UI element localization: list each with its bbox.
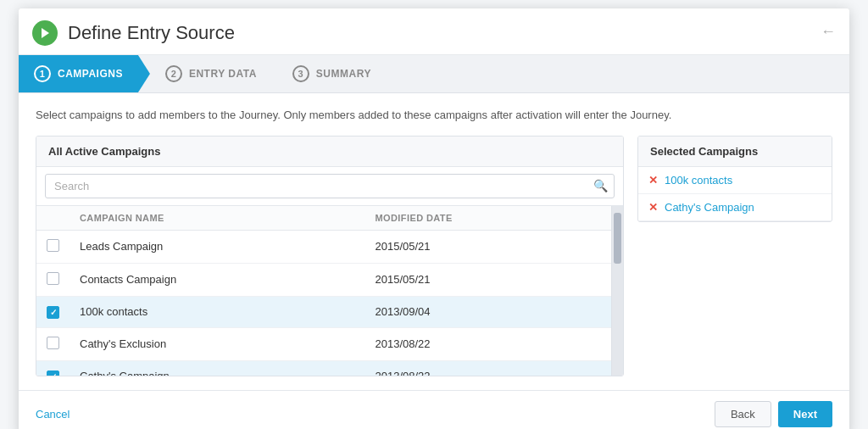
search-icon: 🔍	[593, 179, 608, 192]
selected-campaigns-list: ✕ 100k contacts ✕ Cathy's Campaign	[638, 167, 832, 221]
col-modified-date: Modified Date	[365, 206, 612, 231]
checkbox-cell[interactable]	[36, 327, 70, 360]
table-row[interactable]: Contacts Campaign 2015/05/21	[36, 263, 611, 296]
campaign-table: Campaign Name Modified Date Leads Campai…	[36, 206, 611, 376]
selected-panel-title: Selected Campaigns	[638, 136, 832, 167]
table-row[interactable]: 100k contacts 2013/09/04	[36, 296, 611, 327]
campaign-table-scroll: Campaign Name Modified Date Leads Campai…	[36, 206, 611, 376]
remove-selected-icon[interactable]: ✕	[648, 201, 658, 214]
modal-back-arrow[interactable]: ←	[821, 23, 836, 41]
modal-title: Define Entry Source	[68, 22, 235, 44]
campaign-date-cell: 2015/05/21	[365, 263, 612, 296]
checkbox-cell[interactable]	[36, 263, 70, 296]
step-1-label: Campaigns	[58, 68, 123, 80]
remove-selected-icon[interactable]: ✕	[648, 174, 658, 187]
instruction-text: Select campaigns to add members to the J…	[36, 107, 832, 124]
step-2-label: Entry Data	[189, 68, 257, 80]
table-header-row: Campaign Name Modified Date	[36, 206, 611, 231]
content-row: All Active Campaigns 🔍 Campaign Name Mod	[36, 136, 832, 376]
selected-campaign-item: ✕ Cathy's Campaign	[638, 194, 832, 221]
modal-header: Define Entry Source ←	[19, 8, 849, 55]
table-row[interactable]: Cathy's Exclusion 2013/08/22	[36, 327, 611, 360]
steps-bar: 1 Campaigns 2 Entry Data 3 Summary	[19, 55, 849, 93]
modal-footer: Cancel Back Next	[19, 390, 849, 430]
left-panel-title: All Active Campaigns	[36, 136, 623, 167]
campaign-name-cell: 100k contacts	[70, 296, 365, 327]
step-1-num: 1	[34, 65, 51, 82]
checkbox-cell[interactable]	[36, 296, 70, 327]
campaign-checkbox[interactable]	[47, 272, 59, 285]
campaign-table-wrapper: Campaign Name Modified Date Leads Campai…	[36, 206, 623, 376]
col-checkbox	[36, 206, 70, 231]
campaign-name-cell: Cathy's Campaign	[70, 360, 365, 376]
selected-campaign-name: Cathy's Campaign	[665, 201, 754, 214]
campaign-checkbox[interactable]	[47, 306, 59, 319]
campaign-name-cell: Contacts Campaign	[70, 263, 365, 296]
next-button[interactable]: Next	[778, 401, 832, 427]
selected-campaign-item: ✕ 100k contacts	[638, 167, 832, 194]
left-panel: All Active Campaigns 🔍 Campaign Name Mod	[36, 136, 624, 376]
right-panel: Selected Campaigns ✕ 100k contacts ✕ Cat…	[637, 136, 832, 222]
step-summary[interactable]: 3 Summary	[277, 55, 392, 92]
campaign-name-cell: Cathy's Exclusion	[70, 327, 365, 360]
cancel-button[interactable]: Cancel	[36, 404, 70, 424]
search-bar: 🔍	[36, 167, 623, 206]
table-row[interactable]: Cathy's Campaign 2013/08/22	[36, 360, 611, 376]
svg-marker-0	[42, 28, 49, 38]
table-row[interactable]: Leads Campaign 2015/05/21	[36, 230, 611, 263]
scrollbar-thumb	[614, 213, 621, 264]
footer-right: Back Next	[715, 401, 832, 427]
header-icon	[32, 20, 58, 46]
step-2-num: 2	[165, 65, 182, 82]
back-button[interactable]: Back	[715, 401, 771, 427]
modal-body: Select campaigns to add members to the J…	[19, 93, 849, 390]
checkbox-cell[interactable]	[36, 360, 70, 376]
campaign-checkbox[interactable]	[47, 337, 59, 349]
step-3-num: 3	[292, 65, 309, 82]
step-entry-data[interactable]: 2 Entry Data	[150, 55, 277, 92]
modal-container: Define Entry Source ← 1 Campaigns 2 Entr…	[19, 8, 849, 429]
checkbox-cell[interactable]	[36, 230, 70, 263]
step-campaigns[interactable]: 1 Campaigns	[19, 55, 150, 92]
campaign-name-cell: Leads Campaign	[70, 230, 365, 263]
campaign-date-cell: 2013/09/04	[365, 296, 612, 327]
campaign-date-cell: 2015/05/21	[365, 230, 612, 263]
campaign-tbody: Leads Campaign 2015/05/21 Contacts Campa…	[36, 230, 611, 376]
campaign-date-cell: 2013/08/22	[365, 327, 612, 360]
scrollbar-track	[612, 206, 623, 376]
campaign-date-cell: 2013/08/22	[365, 360, 612, 376]
scrollbar[interactable]	[611, 206, 623, 376]
campaign-checkbox[interactable]	[47, 370, 59, 376]
step-3-label: Summary	[316, 68, 371, 80]
campaign-checkbox[interactable]	[47, 239, 59, 252]
col-campaign-name: Campaign Name	[70, 206, 365, 231]
selected-campaign-name: 100k contacts	[665, 174, 732, 187]
search-input[interactable]	[45, 174, 615, 198]
